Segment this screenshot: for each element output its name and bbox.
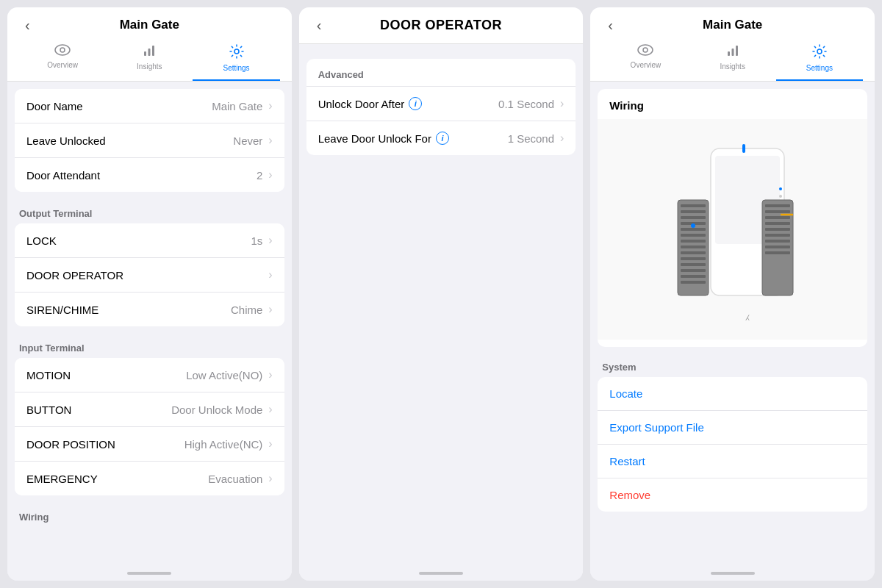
- tab-insights-label: Insights: [137, 62, 162, 71]
- door-position-label: DOOR POSITION: [26, 438, 115, 451]
- siren-chime-label: SIREN/CHIME: [26, 304, 98, 316]
- emergency-label: EMERGENCY: [26, 473, 98, 485]
- screen3-back-button[interactable]: ‹: [602, 14, 619, 37]
- leave-door-unlock-chevron: ›: [560, 132, 564, 145]
- screen2-back-button[interactable]: ‹: [311, 14, 328, 37]
- remove-item[interactable]: Remove: [598, 478, 867, 512]
- leave-door-unlock-info-icon[interactable]: i: [436, 132, 449, 145]
- export-support-file-item[interactable]: Export Support File: [598, 411, 867, 445]
- leave-unlocked-label: Leave Unlocked: [26, 135, 106, 147]
- screen2-header: ‹ DOOR OPERATOR: [299, 7, 584, 44]
- svg-rect-23: [681, 228, 706, 231]
- screen3-title: Main Gate: [703, 18, 762, 32]
- svg-rect-35: [765, 210, 790, 213]
- door-attendant-label: Door Attendant: [26, 169, 100, 182]
- screen1-title: Main Gate: [120, 18, 179, 32]
- svg-rect-32: [681, 281, 706, 284]
- door-name-item[interactable]: Door Name Main Gate ›: [15, 89, 284, 123]
- door-name-value: Main Gate ›: [212, 99, 273, 112]
- button-chevron: ›: [268, 403, 272, 416]
- screen1-back-button[interactable]: ‹: [19, 14, 36, 37]
- button-item[interactable]: BUTTON Door Unlock Mode ›: [15, 392, 284, 427]
- door-operator-label: DOOR OPERATOR: [26, 269, 123, 282]
- locate-item[interactable]: Locate: [598, 377, 867, 411]
- svg-rect-37: [765, 222, 790, 225]
- siren-chime-chevron: ›: [268, 303, 272, 316]
- unlock-door-after-label: Unlock Door After: [318, 98, 405, 110]
- screen3-content: Wiring: [590, 82, 875, 566]
- button-label: BUTTON: [26, 404, 71, 416]
- screen1-tab-bar: Overview Insights: [19, 40, 280, 81]
- door-operator-value: ›: [265, 268, 272, 282]
- screen2-content: Advanced Unlock Door After i 0.1 Second …: [299, 44, 584, 566]
- screen3-overview-icon: [637, 44, 653, 60]
- wiring-diagram-container: ⁁: [598, 119, 867, 340]
- leave-door-unlock-item[interactable]: Leave Door Unlock For i 1 Second ›: [306, 121, 576, 155]
- wiring-header: Wiring: [7, 501, 292, 527]
- svg-text:⁁: ⁁: [745, 307, 750, 320]
- motion-label: MOTION: [26, 369, 71, 381]
- door-attendant-item[interactable]: Door Attendant 2 ›: [15, 158, 284, 192]
- screen-main-gate-wiring: ‹ Main Gate Overview: [590, 7, 875, 581]
- svg-point-5: [234, 49, 239, 54]
- lock-value: 1s ›: [251, 234, 273, 247]
- tab-overview[interactable]: Overview: [19, 40, 106, 81]
- leave-unlocked-chevron: ›: [268, 134, 272, 147]
- door-name-chevron: ›: [268, 99, 272, 112]
- home-indicator-2: [419, 572, 463, 575]
- svg-rect-25: [681, 240, 706, 243]
- svg-rect-2: [144, 51, 146, 56]
- siren-chime-item[interactable]: SIREN/CHIME Chime ›: [15, 293, 284, 326]
- screen3-tab-insights[interactable]: Insights: [689, 40, 776, 81]
- svg-rect-19: [681, 204, 706, 207]
- leave-door-unlock-value: 1 Second ›: [508, 132, 564, 145]
- svg-rect-36: [765, 216, 790, 219]
- screen-door-operator: ‹ DOOR OPERATOR Advanced Unlock Door Aft…: [299, 7, 584, 581]
- screen3-tab-overview[interactable]: Overview: [602, 40, 689, 81]
- screen3-tab-insights-label: Insights: [720, 62, 745, 71]
- wiring-section-title: Wiring: [598, 89, 867, 112]
- tab-insights[interactable]: Insights: [106, 40, 193, 81]
- output-terminal-group: LOCK 1s › DOOR OPERATOR › SIREN/CHIME Ch…: [15, 223, 284, 326]
- svg-point-15: [779, 187, 782, 190]
- svg-point-0: [55, 45, 70, 55]
- screen2-title: DOOR OPERATOR: [380, 18, 502, 33]
- system-section-header: System: [590, 353, 875, 377]
- emergency-item[interactable]: EMERGENCY Evacuation ›: [15, 462, 284, 495]
- restart-item[interactable]: Restart: [598, 445, 867, 478]
- door-position-item[interactable]: DOOR POSITION High Active(NC) ›: [15, 427, 284, 462]
- screen3-bottom-indicator: [590, 566, 875, 581]
- leave-door-unlock-left: Leave Door Unlock For i: [318, 132, 449, 145]
- advanced-section: Advanced Unlock Door After i 0.1 Second …: [306, 59, 576, 155]
- tab-settings[interactable]: Settings: [193, 40, 279, 81]
- svg-point-43: [691, 223, 695, 228]
- svg-rect-28: [681, 257, 706, 260]
- screen1-header: ‹ Main Gate Overview: [7, 7, 292, 82]
- screen2-bottom-indicator: [299, 566, 584, 581]
- svg-rect-38: [765, 228, 790, 231]
- door-operator-item[interactable]: DOOR OPERATOR ›: [15, 258, 284, 293]
- wiring-diagram-svg: ⁁: [667, 134, 799, 325]
- screen3-tab-settings-label: Settings: [806, 64, 833, 72]
- svg-point-7: [643, 48, 648, 52]
- screen-main-gate-settings: ‹ Main Gate Overview: [7, 7, 292, 581]
- button-value: Door Unlock Mode ›: [171, 403, 273, 416]
- motion-item[interactable]: MOTION Low Active(NO) ›: [15, 358, 284, 392]
- output-terminal-header: Output Terminal: [7, 198, 292, 223]
- tab-overview-label: Overview: [47, 61, 78, 69]
- screen3-tab-settings[interactable]: Settings: [776, 40, 863, 81]
- svg-point-11: [817, 49, 822, 54]
- door-attendant-value: 2 ›: [257, 168, 273, 182]
- unlock-door-after-info-icon[interactable]: i: [409, 97, 422, 110]
- unlock-door-after-left: Unlock Door After i: [318, 97, 423, 110]
- svg-point-1: [60, 48, 65, 52]
- unlock-door-after-item[interactable]: Unlock Door After i 0.1 Second ›: [306, 86, 576, 121]
- leave-unlocked-item[interactable]: Leave Unlocked Never ›: [15, 123, 284, 158]
- motion-chevron: ›: [268, 368, 272, 381]
- screen3-insights-icon: [726, 44, 739, 61]
- svg-rect-24: [681, 234, 706, 237]
- screen3-header: ‹ Main Gate Overview: [590, 7, 875, 82]
- lock-item[interactable]: LOCK 1s ›: [15, 223, 284, 258]
- lock-chevron: ›: [268, 234, 272, 247]
- overview-icon: [54, 44, 71, 60]
